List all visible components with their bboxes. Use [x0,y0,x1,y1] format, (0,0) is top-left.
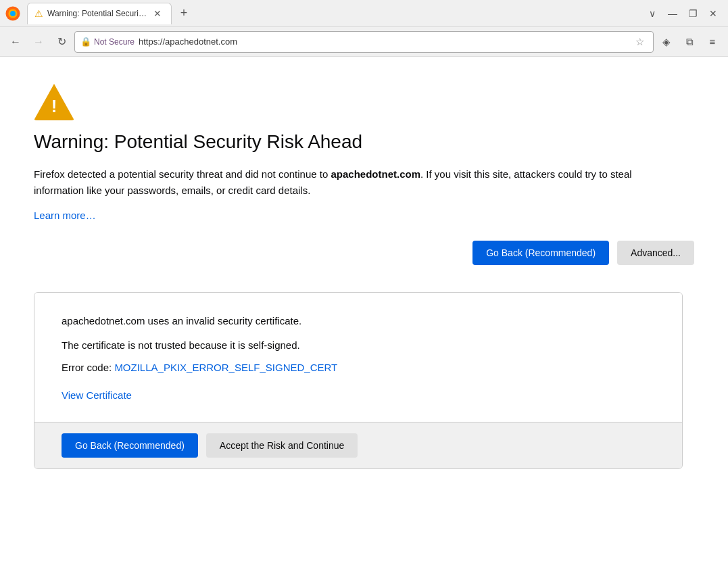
error-code-link[interactable]: MOZILLA_PKIX_ERROR_SELF_SIGNED_CERT [114,362,337,373]
advanced-section: apachedotnet.com uses an invalid securit… [34,292,683,469]
extensions-button[interactable]: ⧉ [679,32,700,52]
advanced-button[interactable]: Advanced... [617,241,694,265]
advanced-text-line2: The certificate is not trusted because i… [62,337,655,354]
error-code-line: Error code: MOZILLA_PKIX_ERROR_SELF_SIGN… [62,362,655,373]
new-tab-button[interactable]: + [174,4,193,23]
advanced-box-footer: Go Back (Recommended) Accept the Risk an… [34,422,682,468]
warning-triangle-icon [34,84,74,120]
advanced-text-line1: apachedotnet.com uses an invalid securit… [62,313,655,329]
menu-button[interactable]: ≡ [702,32,723,52]
tab-title: Warning: Potential Securi… [47,9,147,18]
firefox-logo-icon [5,6,20,21]
lock-warning-icon: 🔒 [80,37,91,47]
page-content: Warning: Potential Security Risk Ahead F… [0,57,728,580]
domain-highlight: apachedotnet.com [331,168,420,180]
go-back-recommended-button[interactable]: Go Back (Recommended) [472,241,609,265]
not-secure-badge[interactable]: 🔒 Not Secure [80,37,135,47]
error-code-prefix: Error code: [62,362,114,373]
address-bar[interactable]: 🔒 Not Secure https://apachedotnet.com ☆ [74,31,654,53]
tab-warning-icon: ⚠ [34,8,43,19]
tab-list-button[interactable]: ∨ [643,4,662,23]
tab-close-button[interactable]: ✕ [151,7,164,20]
forward-button[interactable]: → [28,32,49,52]
restore-button[interactable]: ❐ [683,4,702,23]
minimize-button[interactable]: — [663,4,682,23]
advanced-box-content: apachedotnet.com uses an invalid securit… [34,293,682,422]
svg-point-2 [10,11,16,16]
nav-bar: ← → ↻ 🔒 Not Secure https://apachedotnet.… [0,27,728,57]
go-back-recommended-button-2[interactable]: Go Back (Recommended) [62,433,198,458]
learn-more-link[interactable]: Learn more… [34,210,96,221]
description-text-before-domain: Firefox detected a potential security th… [34,168,331,180]
active-tab[interactable]: ⚠ Warning: Potential Securi… ✕ [27,3,172,24]
window-close-button[interactable]: ✕ [704,4,723,23]
page-description: Firefox detected a potential security th… [34,166,642,199]
nav-right-controls: ◈ ⧉ ≡ [656,32,723,52]
page-title: Warning: Potential Security Risk Ahead [34,131,694,153]
action-buttons: Go Back (Recommended) Advanced... [34,241,694,265]
back-button[interactable]: ← [5,32,26,52]
pocket-button[interactable]: ◈ [656,32,677,52]
bookmark-star-button[interactable]: ☆ [631,34,648,50]
tab-bar: ⚠ Warning: Potential Securi… ✕ + [27,3,639,24]
view-certificate-link[interactable]: View Certificate [62,389,132,401]
window-controls: ∨ — ❐ ✕ [643,4,723,23]
not-secure-label: Not Secure [94,37,135,47]
title-bar: ⚠ Warning: Potential Securi… ✕ + ∨ — ❐ ✕ [0,0,728,27]
url-display: https://apachedotnet.com [139,37,627,47]
accept-risk-button[interactable]: Accept the Risk and Continue [206,433,358,458]
refresh-button[interactable]: ↻ [51,32,72,52]
